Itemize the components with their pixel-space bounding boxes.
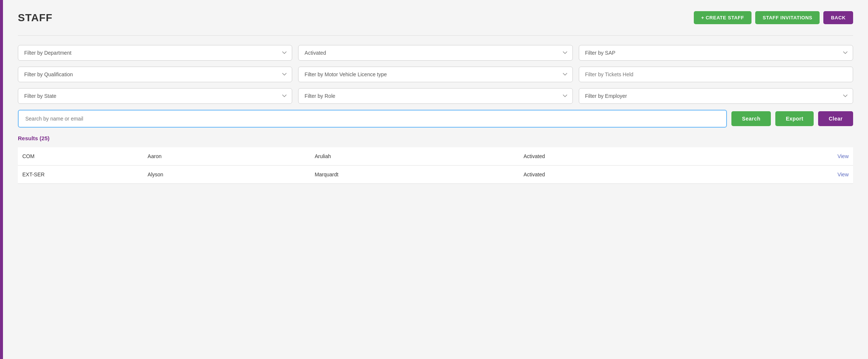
header-divider [18, 35, 853, 36]
page-container: STAFF + CREATE STAFF STAFF INVITATIONS B… [0, 0, 868, 359]
filter-employer-select[interactable]: Filter by Employer [579, 88, 853, 104]
view-link[interactable]: View [728, 166, 853, 184]
page-title: STAFF [18, 12, 52, 24]
cell-status: Activated [519, 147, 728, 166]
filter-tickets-input[interactable] [579, 67, 853, 82]
cell-code: EXT-SER [18, 166, 143, 184]
filter-row-2: Filter by Qualification Filter by Motor … [18, 67, 853, 82]
cell-last-name: Aruliah [310, 147, 519, 166]
results-table: COM Aaron Aruliah Activated View EXT-SER… [18, 147, 853, 184]
search-button[interactable]: Search [731, 111, 771, 126]
filter-department-select[interactable]: Filter by Department [18, 45, 292, 61]
page-header: STAFF + CREATE STAFF STAFF INVITATIONS B… [18, 11, 853, 24]
search-input[interactable] [18, 110, 727, 128]
results-tbody: COM Aaron Aruliah Activated View EXT-SER… [18, 147, 853, 184]
view-link[interactable]: View [728, 147, 853, 166]
filter-qualification-select[interactable]: Filter by Qualification [18, 67, 292, 82]
cell-code: COM [18, 147, 143, 166]
export-button[interactable]: Export [775, 111, 814, 126]
cell-last-name: Marquardt [310, 166, 519, 184]
filter-activated-select[interactable]: Activated All Deactivated [298, 45, 572, 61]
cell-first-name: Alyson [143, 166, 310, 184]
filter-row-1: Filter by Department Activated All Deact… [18, 45, 853, 61]
cell-first-name: Aaron [143, 147, 310, 166]
filter-state-select[interactable]: Filter by State [18, 88, 292, 104]
header-actions: + CREATE STAFF STAFF INVITATIONS BACK [694, 11, 853, 24]
table-row: EXT-SER Alyson Marquardt Activated View [18, 166, 853, 184]
filter-role-select[interactable]: Filter by Role [298, 88, 572, 104]
table-row: COM Aaron Aruliah Activated View [18, 147, 853, 166]
create-staff-button[interactable]: + CREATE STAFF [694, 11, 751, 24]
main-content: STAFF + CREATE STAFF STAFF INVITATIONS B… [3, 0, 868, 359]
filter-row-3: Filter by State Filter by Role Filter by… [18, 88, 853, 104]
cell-status: Activated [519, 166, 728, 184]
staff-invitations-button[interactable]: STAFF INVITATIONS [755, 11, 820, 24]
search-row: Search Export Clear [18, 110, 853, 128]
clear-button[interactable]: Clear [818, 111, 853, 126]
filter-vehicle-select[interactable]: Filter by Motor Vehicle Licence type [298, 67, 572, 82]
back-button[interactable]: BACK [823, 11, 853, 24]
left-accent-border [0, 0, 3, 359]
filter-sap-select[interactable]: Filter by SAP [579, 45, 853, 61]
results-label: Results (25) [18, 135, 853, 141]
